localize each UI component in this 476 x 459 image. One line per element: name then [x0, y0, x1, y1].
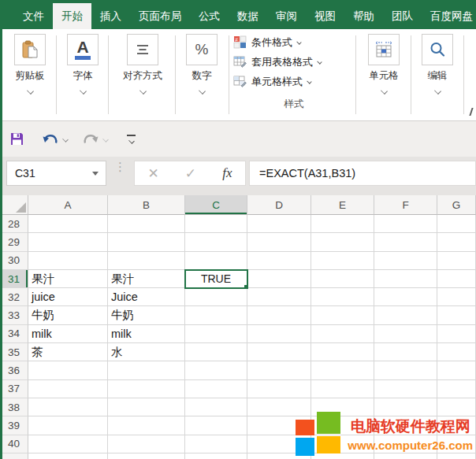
cell-E30[interactable]: [311, 252, 374, 270]
cell-A36[interactable]: [28, 361, 108, 379]
row-header-36[interactable]: 36: [0, 361, 28, 379]
cell-B32[interactable]: Juice: [108, 288, 185, 306]
formula-bar-resizer[interactable]: ⋮: [114, 163, 121, 170]
cell-C35[interactable]: [185, 343, 247, 361]
cell-B36[interactable]: [108, 361, 185, 379]
cell-F31[interactable]: [374, 270, 437, 288]
customize-qat-button[interactable]: [127, 128, 136, 150]
cell-G28[interactable]: [437, 215, 476, 233]
cell-C34[interactable]: [185, 325, 247, 343]
alignment-group-button[interactable]: 对齐方式: [118, 34, 167, 94]
cell-C39[interactable]: [185, 416, 247, 435]
row-header-39[interactable]: 39: [0, 416, 28, 435]
cell-B38[interactable]: [108, 398, 185, 416]
cell-D28[interactable]: [247, 215, 311, 233]
cell-G32[interactable]: [437, 288, 476, 306]
cell-C41[interactable]: [185, 453, 247, 459]
cell-A30[interactable]: [28, 252, 108, 270]
cell-E29[interactable]: [311, 233, 374, 251]
column-header-F[interactable]: F: [374, 195, 437, 215]
menu-tab-页面布局[interactable]: 页面布局: [130, 3, 190, 29]
column-header-C[interactable]: C: [185, 195, 247, 215]
insert-function-button[interactable]: fx: [222, 165, 232, 181]
cell-F37[interactable]: [374, 380, 437, 398]
cell-B37[interactable]: [108, 380, 185, 398]
row-header-40[interactable]: 40: [0, 435, 28, 453]
cell-F32[interactable]: [374, 288, 437, 306]
cell-G37[interactable]: [437, 380, 476, 398]
formula-input[interactable]: =EXACT(A31,B31): [249, 161, 476, 186]
row-header-32[interactable]: 32: [0, 288, 28, 306]
undo-button[interactable]: [42, 128, 59, 150]
name-box[interactable]: C31: [6, 161, 106, 186]
enter-button[interactable]: ✓: [185, 165, 196, 182]
cell-styles-button[interactable]: 单元格样式: [233, 72, 355, 91]
row-header-37[interactable]: 37: [0, 380, 28, 398]
row-header-35[interactable]: 35: [0, 343, 28, 361]
cell-A32[interactable]: juice: [28, 288, 108, 306]
cell-D35[interactable]: [247, 343, 311, 361]
font-group-button[interactable]: A 字体: [60, 34, 106, 94]
cell-G29[interactable]: [437, 233, 476, 251]
cell-E31[interactable]: [311, 270, 374, 288]
row-header-33[interactable]: 33: [0, 306, 28, 324]
row-header-30[interactable]: 30: [0, 252, 28, 270]
cell-D32[interactable]: [247, 288, 311, 306]
cell-D29[interactable]: [247, 233, 311, 251]
menu-tab-开始[interactable]: 开始: [53, 3, 91, 29]
redo-dropdown-button[interactable]: [103, 128, 108, 150]
cell-C31[interactable]: TRUE: [185, 270, 247, 288]
cell-G31[interactable]: [437, 270, 476, 288]
menu-tab-审阅[interactable]: 审阅: [267, 3, 306, 29]
cell-D31[interactable]: [247, 270, 311, 288]
cell-C28[interactable]: [185, 215, 247, 233]
menu-tab-百度网盘[interactable]: 百度网盘: [422, 3, 476, 29]
cell-C37[interactable]: [185, 380, 247, 398]
cell-B28[interactable]: [108, 215, 185, 233]
name-box-dropdown-icon[interactable]: [92, 172, 99, 176]
row-header-28[interactable]: 28: [0, 215, 28, 233]
redo-button[interactable]: [82, 128, 99, 150]
cell-A34[interactable]: milk: [28, 325, 108, 343]
cancel-button[interactable]: ✕: [148, 165, 159, 182]
row-header-29[interactable]: 29: [0, 233, 28, 251]
menu-tab-数据[interactable]: 数据: [229, 3, 267, 29]
cell-F34[interactable]: [374, 325, 437, 343]
cell-C29[interactable]: [185, 233, 247, 251]
cell-B39[interactable]: [108, 416, 185, 435]
column-header-G[interactable]: G: [437, 195, 476, 215]
cell-A29[interactable]: [28, 233, 108, 251]
cell-A33[interactable]: 牛奶: [28, 306, 108, 324]
cell-B41[interactable]: [108, 453, 185, 459]
cell-F33[interactable]: [374, 306, 437, 324]
cell-D36[interactable]: [247, 361, 311, 379]
cell-F29[interactable]: [374, 233, 437, 251]
menu-tab-团队[interactable]: 团队: [383, 3, 422, 29]
cell-A38[interactable]: [28, 398, 108, 416]
cell-E35[interactable]: [311, 343, 374, 361]
cell-A40[interactable]: [28, 435, 108, 453]
clipboard-group-button[interactable]: 剪贴板: [6, 34, 54, 94]
menu-tab-视图[interactable]: 视图: [306, 3, 344, 29]
cell-F28[interactable]: [374, 215, 437, 233]
cell-E32[interactable]: [311, 288, 374, 306]
cell-G35[interactable]: [437, 343, 476, 361]
cell-C30[interactable]: [185, 252, 247, 270]
column-header-A[interactable]: A: [28, 195, 108, 215]
undo-dropdown-button[interactable]: [63, 128, 68, 150]
cell-D30[interactable]: [247, 252, 311, 270]
cell-F36[interactable]: [374, 361, 437, 379]
column-header-E[interactable]: E: [311, 195, 374, 215]
cell-B29[interactable]: [108, 233, 185, 251]
cell-B34[interactable]: milk: [108, 325, 185, 343]
column-header-D[interactable]: D: [247, 195, 311, 215]
cell-A37[interactable]: [28, 380, 108, 398]
conditional-formatting-button[interactable]: ≠ 条件格式: [233, 32, 355, 52]
cell-A39[interactable]: [28, 416, 108, 435]
cell-F30[interactable]: [374, 252, 437, 270]
cell-B33[interactable]: 牛奶: [108, 306, 185, 324]
cell-G36[interactable]: [437, 361, 476, 379]
cell-C32[interactable]: [185, 288, 247, 306]
cell-E37[interactable]: [311, 380, 374, 398]
cell-G30[interactable]: [437, 252, 476, 270]
